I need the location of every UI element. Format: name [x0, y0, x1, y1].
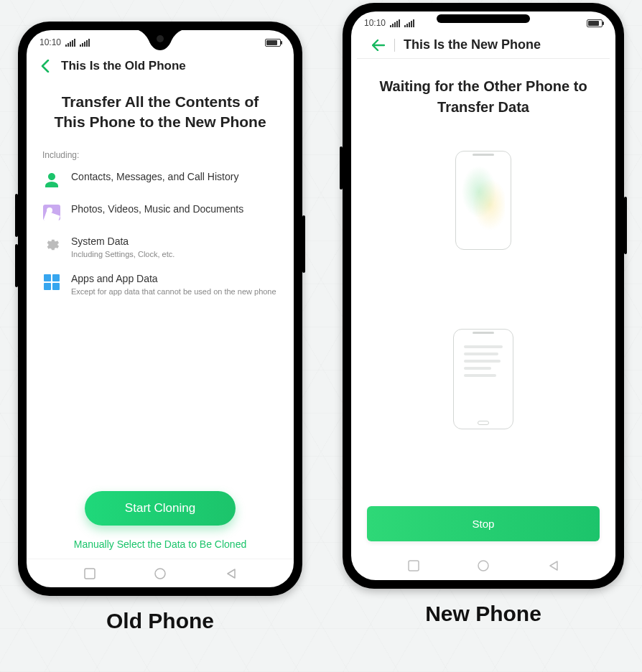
include-item-apps: Apps and App Data Except for app data th…: [42, 272, 278, 297]
svg-rect-1: [85, 569, 95, 579]
signal-icon: [65, 39, 75, 47]
svg-point-0: [157, 35, 164, 42]
manual-select-link[interactable]: Manually Select the Data to Be Cloned: [74, 538, 246, 550]
include-item-label: Photos, Videos, Music and Documents: [71, 202, 278, 215]
app-bar: This Is the Old Phone: [27, 55, 294, 80]
notch-icon: [131, 30, 189, 52]
back-icon[interactable]: [371, 39, 386, 51]
battery-icon: [587, 19, 603, 27]
nav-bar: [27, 559, 294, 587]
including-label: Including:: [42, 150, 278, 160]
include-item-label: Contacts, Messages, and Call History: [71, 170, 278, 183]
include-item-contacts: Contacts, Messages, and Call History: [42, 170, 278, 190]
status-time: 10:10: [39, 37, 61, 47]
app-bar: This Is the New Phone: [357, 33, 610, 59]
svg-rect-3: [409, 561, 419, 571]
new-phone-caption: New Phone: [425, 602, 541, 626]
nav-home-icon[interactable]: [152, 566, 168, 582]
old-phone-frame: 10:10 This Is the Old Phone Transfe: [18, 22, 302, 596]
nav-home-icon[interactable]: [475, 558, 491, 574]
contacts-icon: [42, 171, 61, 190]
signal-icon: [404, 19, 414, 27]
media-icon: [42, 203, 61, 222]
start-cloning-button[interactable]: Start Cloning: [85, 491, 236, 526]
include-item-system: System Data Including Settings, Clock, e…: [42, 235, 278, 259]
app-bar-title: This Is the Old Phone: [61, 59, 186, 73]
page-title: Transfer All the Contents of This Phone …: [45, 92, 275, 133]
stop-button[interactable]: Stop: [367, 506, 600, 541]
svg-point-2: [155, 569, 165, 579]
include-item-sublabel: Except for app data that cannot be used …: [71, 286, 278, 297]
notch-icon: [437, 14, 530, 23]
page-title: Waiting for the Other Phone to Transfer …: [367, 76, 600, 118]
include-item-sublabel: Including Settings, Clock, etc.: [71, 249, 278, 259]
app-bar-title: This Is the New Phone: [404, 37, 541, 52]
apps-icon: [42, 273, 61, 291]
back-icon[interactable]: [38, 60, 52, 73]
nav-back-icon[interactable]: [223, 566, 239, 582]
battery-icon: [265, 39, 281, 47]
include-item-label: System Data: [71, 235, 278, 248]
svg-point-4: [478, 561, 488, 571]
new-phone-frame: 10:10 This Is the New Phone: [343, 3, 624, 589]
status-time: 10:10: [364, 18, 386, 28]
nav-bar: [351, 551, 615, 580]
include-item-label: Apps and App Data: [71, 272, 278, 285]
signal-icon: [390, 19, 400, 27]
target-phone-illustration: [453, 329, 513, 429]
divider: [394, 39, 395, 52]
include-item-media: Photos, Videos, Music and Documents: [42, 202, 278, 222]
nav-back-icon[interactable]: [546, 558, 562, 574]
source-phone-illustration: [455, 151, 511, 250]
old-phone-caption: Old Phone: [106, 609, 214, 633]
gear-icon: [42, 235, 61, 254]
nav-recent-icon[interactable]: [406, 558, 422, 574]
nav-recent-icon[interactable]: [82, 566, 98, 582]
signal-icon: [80, 39, 90, 47]
